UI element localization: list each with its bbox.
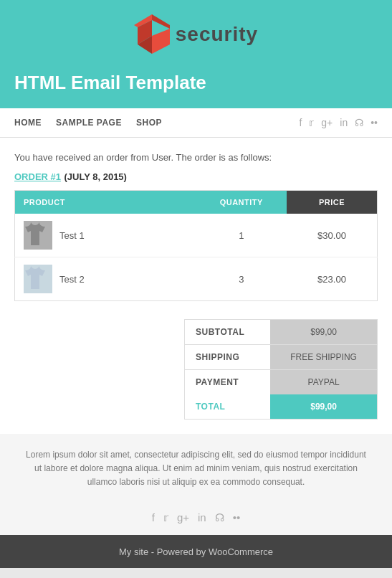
bottom-bar: My site - Powered by WooCommerce [0,535,392,568]
facebook-icon[interactable]: f [299,117,302,128]
order-intro: You have received an order from User. Th… [14,152,378,163]
quantity-cell: 3 [196,257,287,301]
footer-twitter-icon[interactable]: 𝕣 [163,511,168,524]
product-cell: Test 2 [15,257,196,301]
nav-bar: HOME SAMPLE PAGE SHOP f 𝕣 g+ in ☊ •• [0,108,392,138]
nav-shop[interactable]: SHOP [136,118,162,128]
product-cell: Test 1 [15,214,196,257]
product-thumb [24,265,52,293]
order-link[interactable]: ORDER #1 [14,171,61,182]
footer-text-section: Lorem ipsum dolor sit amet, consectetur … [0,434,392,504]
footer-facebook-icon[interactable]: f [152,511,155,524]
price-cell: $23.00 [287,257,378,301]
totals-row: PAYMENT PAYPAL [185,370,378,395]
footer-text: Lorem ipsum dolor sit amet, consectetur … [21,448,371,490]
main-content: HOME SAMPLE PAGE SHOP f 𝕣 g+ in ☊ •• You… [0,108,392,434]
svg-marker-0 [152,14,170,29]
totals-row: SUBTOTAL $99,00 [185,320,378,345]
totals-row-value: FREE SHIPPING [270,345,377,370]
order-section: You have received an order from User. Th… [0,138,392,312]
col-quantity: QUANTITY [196,191,287,214]
total-label: TOTAL [185,394,271,420]
logo-container: security [0,14,392,54]
nav-home[interactable]: HOME [14,118,42,128]
product-table: PRODUCT QUANTITY PRICE Test 1 [14,190,378,301]
instagram-icon[interactable]: ☊ [355,117,363,128]
total-row: TOTAL $99,00 [185,394,378,420]
twitter-icon[interactable]: 𝕣 [309,117,314,128]
quantity-cell: 1 [196,214,287,257]
header: security [0,0,392,65]
logo-icon [134,14,170,54]
totals-row: SHIPPING FREE SHIPPING [185,345,378,370]
price-cell: $30.00 [287,214,378,257]
email-wrapper: security HTML Email Template HOME SAMPLE… [0,0,392,568]
col-product: PRODUCT [15,191,196,214]
total-value: $99,00 [270,394,377,420]
footer-flickr-icon[interactable]: •• [233,511,241,524]
product-row: Test 1 1 $30.00 [15,214,378,257]
col-price: PRICE [287,191,378,214]
page-title-bar: HTML Email Template [0,65,392,108]
svg-marker-3 [152,29,170,54]
order-header-line: ORDER #1 (JULY 8, 2015) [14,170,378,183]
product-name: Test 2 [59,274,85,285]
footer-instagram-icon[interactable]: ☊ [215,511,224,524]
totals-row-label: SUBTOTAL [185,320,271,345]
order-date: (JULY 8, 2015) [64,171,126,182]
flickr-icon[interactable]: •• [371,117,378,128]
totals-row-label: SHIPPING [185,345,271,370]
header-social-icons: f 𝕣 g+ in ☊ •• [299,117,378,128]
product-thumb [24,221,52,250]
totals-row-value: $99,00 [270,320,377,345]
googleplus-icon[interactable]: g+ [321,117,333,128]
totals-section: SUBTOTAL $99,00 SHIPPING FREE SHIPPING P… [0,312,392,434]
totals-row-label: PAYMENT [185,370,271,395]
footer-social: f 𝕣 g+ in ☊ •• [0,504,392,535]
footer-linkedin-icon[interactable]: in [198,511,206,524]
page-title: HTML Email Template [14,72,378,94]
nav-links: HOME SAMPLE PAGE SHOP [14,118,162,128]
logo-text: security [176,23,258,46]
product-name: Test 1 [59,230,85,241]
product-row: Test 2 3 $23.00 [15,257,378,301]
totals-table: SUBTOTAL $99,00 SHIPPING FREE SHIPPING P… [184,319,378,420]
linkedin-icon[interactable]: in [340,117,348,128]
footer-googleplus-icon[interactable]: g+ [177,511,189,524]
nav-sample-page[interactable]: SAMPLE PAGE [56,118,122,128]
totals-row-value: PAYPAL [270,370,377,395]
bottom-bar-text: My site - Powered by WooCommerce [119,546,273,557]
